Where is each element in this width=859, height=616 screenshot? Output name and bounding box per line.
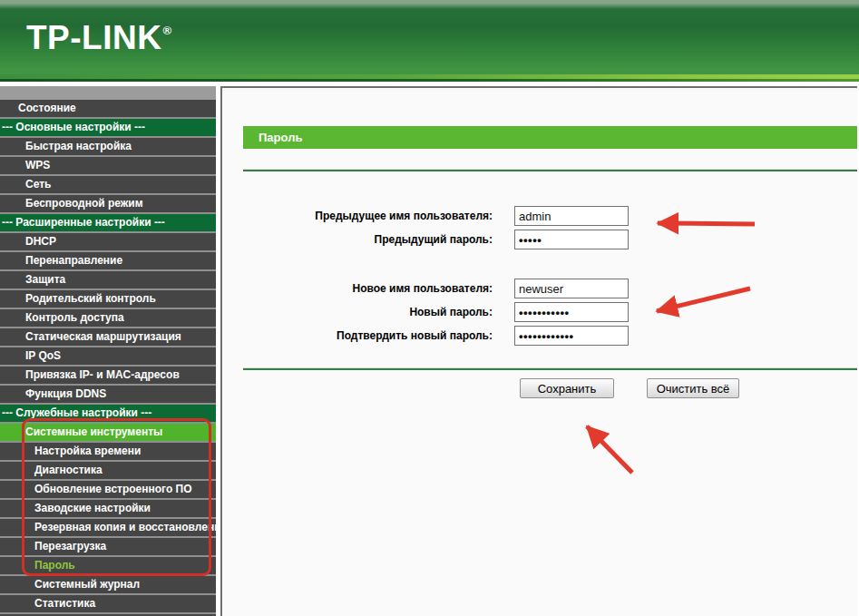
sidebar-top-strip xyxy=(0,86,216,100)
field-label: Предыдущий пароль: xyxy=(243,230,493,249)
tp-link-logo-text: TP-LINK xyxy=(26,19,161,56)
sidebar-item-label: Статическая маршрутизация xyxy=(25,330,181,343)
sidebar-item-label: Перенаправление xyxy=(25,254,122,267)
sidebar-item-label: Перезагрузка xyxy=(34,540,106,552)
sidebar-item-forwarding[interactable]: Перенаправление xyxy=(0,252,216,269)
sidebar-item-label: --- Расширенные настройки --- xyxy=(2,216,165,229)
tp-link-logo: TP-LINK® xyxy=(26,22,171,62)
sidebar-item-wps[interactable]: WPS xyxy=(0,157,216,174)
sidebar-item-label: Состояние xyxy=(18,102,76,114)
sidebar-item-basic-settings-section[interactable]: --- Основные настройки --- xyxy=(0,119,216,136)
sidebar-item-label: Защита xyxy=(25,273,65,286)
sidebar-item-label: Быстрая настройка xyxy=(25,140,132,152)
sidebar-item-network[interactable]: Сеть xyxy=(0,176,216,193)
sidebar-item-ip-mac-binding[interactable]: Привязка IP- и MAC-адресов xyxy=(0,367,216,384)
sidebar-item-label: --- Основные настройки --- xyxy=(2,121,145,133)
field-label: Новое имя пользователя: xyxy=(243,279,493,298)
sidebar-item-label: Настройка времени xyxy=(34,445,141,457)
sidebar-item-label: Диагностика xyxy=(34,464,102,476)
field-label: Предыдущее имя пользователя: xyxy=(243,206,493,226)
header-banner: TP-LINK® xyxy=(0,0,859,82)
sidebar-item-service-settings-section[interactable]: --- Служебные настройки --- xyxy=(0,405,216,422)
field-label: Новый пароль: xyxy=(243,302,493,322)
sidebar-item-label: Беспроводной режим xyxy=(25,197,143,210)
sidebar-item-time-settings[interactable]: Настройка времени xyxy=(0,443,216,460)
sidebar-item-access-control[interactable]: Контроль доступа xyxy=(0,309,216,327)
sidebar-item-system-log[interactable]: Системный журнал xyxy=(0,576,216,593)
sidebar-item-firmware-upgrade[interactable]: Обновление встроенного ПО xyxy=(0,481,216,498)
form-row-old-password: Предыдущий пароль: xyxy=(222,230,857,249)
registered-trademark-icon: ® xyxy=(162,24,171,37)
sidebar-item-label: WPS xyxy=(25,159,50,171)
sidebar-item-wireless[interactable]: Беспроводной режим xyxy=(0,195,216,212)
sidebar-item-password[interactable]: Пароль xyxy=(0,557,216,574)
sidebar-item-reboot[interactable]: Перезагрузка xyxy=(0,538,216,555)
password-form: Предыдущее имя пользователя: Предыдущий … xyxy=(222,88,857,616)
input-old-username[interactable] xyxy=(514,206,629,226)
sidebar-item-label: DHCP xyxy=(25,235,56,248)
sidebar-item-label: Контроль доступа xyxy=(25,311,124,324)
save-button[interactable]: Сохранить xyxy=(520,378,614,398)
input-confirm-password[interactable] xyxy=(514,326,629,346)
input-old-password[interactable] xyxy=(514,230,629,249)
sidebar-item-label: Сеть xyxy=(25,178,51,191)
header-bottom-edge xyxy=(0,79,859,82)
sidebar-item-ip-qos[interactable]: IP QoS xyxy=(0,347,216,365)
sidebar-item-advanced-settings-section[interactable]: --- Расширенные настройки --- xyxy=(0,214,216,231)
sidebar-items: Состояние --- Основные настройки --- Быс… xyxy=(0,100,216,616)
sidebar-item-dhcp[interactable]: DHCP xyxy=(0,233,216,250)
sidebar-item-label: Заводские настройки xyxy=(34,502,151,514)
sidebar-item-label: Системный журнал xyxy=(34,578,140,591)
input-new-username[interactable] xyxy=(514,279,629,298)
sidebar-item-status[interactable]: Состояние xyxy=(0,100,216,117)
form-row-confirm-password: Подтвердить новый пароль: xyxy=(222,326,857,346)
sidebar-item-backup-restore[interactable]: Резервная копия и восстановление xyxy=(0,519,216,536)
sidebar-item-label: IP QoS xyxy=(25,349,61,362)
sidebar-item-factory-defaults[interactable]: Заводские настройки xyxy=(0,500,216,517)
sidebar-item-label: Системные инструменты xyxy=(25,425,162,438)
field-label: Подтвердить новый пароль: xyxy=(243,326,493,346)
sidebar-item-label: Привязка IP- и MAC-адресов xyxy=(25,368,180,381)
sidebar-item-quick-setup[interactable]: Быстрая настройка xyxy=(0,138,216,155)
sidebar-item-system-tools[interactable]: Системные инструменты xyxy=(0,424,216,441)
sidebar-item-security[interactable]: Защита xyxy=(0,271,216,288)
form-row-new-username: Новое имя пользователя: xyxy=(222,279,857,298)
sidebar-item-static-routing[interactable]: Статическая маршрутизация xyxy=(0,328,216,346)
sidebar-item-label: Родительский контроль xyxy=(25,292,156,305)
sidebar-menu: Состояние --- Основные настройки --- Быс… xyxy=(0,86,216,616)
sidebar-item-label: Пароль xyxy=(34,559,75,572)
sidebar-item-label: --- Служебные настройки --- xyxy=(2,406,151,419)
sidebar-item-ddns[interactable]: Функция DDNS xyxy=(0,386,216,403)
sidebar-item-label: Статистика xyxy=(34,597,95,610)
sidebar-item-diagnostics[interactable]: Диагностика xyxy=(0,462,216,479)
sidebar-item-label: Функция DDNS xyxy=(25,387,106,400)
sidebar-item-label: Обновление встроенного ПО xyxy=(34,483,192,495)
divider xyxy=(243,367,857,370)
sidebar-item-label: Резервная копия и восстановление xyxy=(34,521,216,533)
sidebar-item-statistics[interactable]: Статистика xyxy=(0,595,216,612)
clear-all-button[interactable]: Очистить всё xyxy=(647,378,739,398)
form-row-new-password: Новый пароль: xyxy=(222,302,857,322)
sidebar-item-parental-control[interactable]: Родительский контроль xyxy=(0,290,216,308)
form-row-old-username: Предыдущее имя пользователя: xyxy=(222,206,857,226)
input-new-password[interactable] xyxy=(514,302,629,322)
main-content: Пароль Предыдущее имя пользователя: Пред… xyxy=(220,86,857,616)
